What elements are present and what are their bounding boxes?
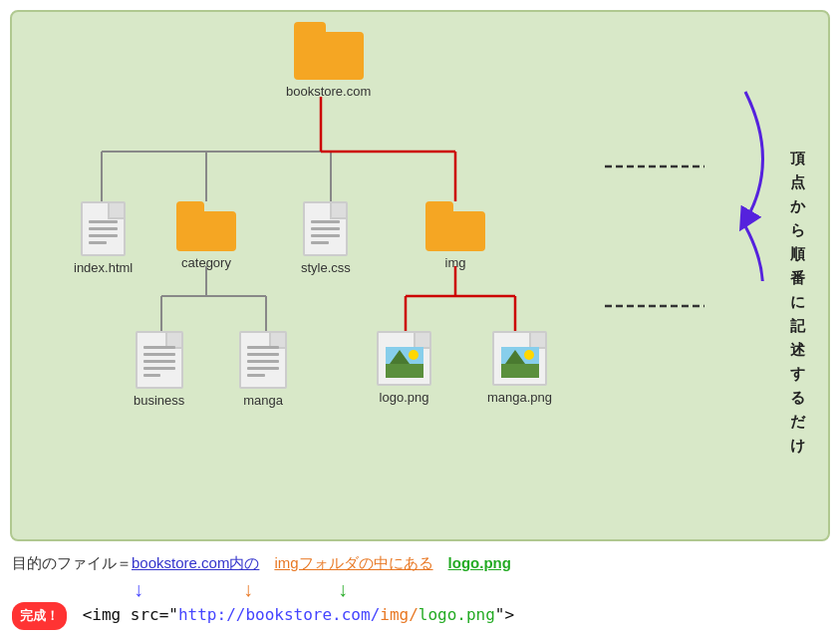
node-logo-png: logo.png [377, 331, 431, 405]
purpose-label: 目的のファイル＝ [12, 554, 132, 571]
bookstore-ref: bookstore.com内の [132, 554, 259, 571]
node-manga-png: manga.png [487, 331, 552, 405]
img-icon-manga [492, 331, 547, 386]
code-prefix: <img src=" [83, 605, 178, 624]
doc-icon-style [303, 201, 348, 256]
node-img: img [425, 201, 485, 270]
annotation-text: 頂点から順番に記述するだけ [790, 147, 805, 458]
arrows-row: ↓ ↓ ↓ [12, 579, 828, 599]
node-business: business [134, 331, 184, 408]
arrow-blue: ↓ [134, 579, 143, 599]
bottom-area: 目的のファイル＝bookstore.com内の imgフォルダの中にある log… [0, 541, 840, 638]
doc-icon-index [81, 201, 126, 256]
manga-cat-label: manga [243, 393, 283, 408]
code-img: img/ [380, 605, 419, 624]
img-ref: imgフォルダの中にある [274, 554, 432, 571]
logo-ref: logo.png [448, 554, 511, 571]
manga-png-label: manga.png [487, 390, 552, 405]
node-root: bookstore.com [286, 22, 371, 99]
code-line: 完成！ <img src="http://bookstore.com/img/l… [12, 601, 828, 630]
node-category: category [176, 201, 236, 270]
folder-icon-root [294, 22, 364, 80]
doc-icon-business [136, 331, 183, 389]
root-label: bookstore.com [286, 84, 371, 99]
index-html-label: index.html [74, 260, 133, 275]
arrow-orange: ↓ [243, 579, 253, 599]
img-icon-logo [377, 331, 431, 386]
node-style-css: style.css [301, 201, 351, 275]
code-logo: logo.png [419, 605, 495, 624]
folder-icon-img [425, 201, 485, 251]
node-manga-cat: manga [239, 331, 287, 408]
code-http: http://bookstore.com/ [178, 605, 380, 624]
purpose-line: 目的のファイル＝bookstore.com内の imgフォルダの中にある log… [12, 551, 828, 575]
node-index-html: index.html [74, 201, 133, 275]
business-label: business [134, 393, 184, 408]
code-suffix: "> [495, 605, 514, 624]
arrow-green: ↓ [338, 579, 348, 599]
category-label: category [181, 255, 231, 270]
doc-icon-manga-cat [239, 331, 287, 389]
style-css-label: style.css [301, 260, 351, 275]
folder-icon-category [176, 201, 236, 251]
logo-png-label: logo.png [380, 390, 429, 405]
tree-container: bookstore.com index.html category [12, 12, 828, 471]
completed-badge: 完成！ [12, 602, 67, 629]
diagram-area: bookstore.com index.html category [10, 10, 830, 541]
img-label: img [445, 255, 466, 270]
